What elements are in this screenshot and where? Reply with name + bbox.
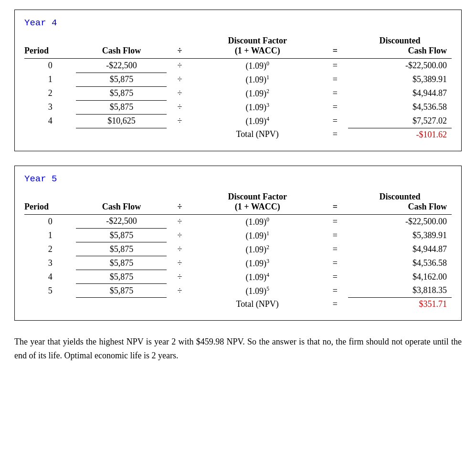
table-row: 5$5,875÷(1.09)5=$3,818.35 [24, 284, 452, 298]
cell-divide: ÷ [167, 242, 192, 256]
dcf-table-year4: Year 4Discount FactorDiscountedPeriodCas… [14, 10, 462, 151]
cell-cashflow: $5,875 [76, 73, 167, 86]
col-factor-header: (1 + WACC) [193, 46, 322, 59]
cell-discounted-value: -$22,500.00 [348, 214, 452, 229]
total-empty-3 [167, 298, 192, 311]
col-divide-header: ÷ [167, 202, 192, 215]
cell-divide: ÷ [167, 229, 192, 242]
total-npv-value: $351.71 [348, 298, 452, 311]
total-empty-1 [24, 128, 76, 141]
total-equals: = [322, 298, 348, 311]
table-row: 1$5,875÷(1.09)1=$5,389.91 [24, 229, 452, 242]
cell-cashflow: -$22,500 [76, 214, 167, 229]
col-equals-header-top [322, 189, 348, 202]
cell-discounted-value: $4,536.58 [348, 100, 452, 114]
year-label-year4: Year 4 [24, 18, 452, 28]
table-row: 2$5,875÷(1.09)2=$4,944.87 [24, 242, 452, 256]
total-empty-2 [76, 128, 167, 141]
cell-period: 2 [24, 242, 76, 256]
cell-cashflow: $5,875 [76, 242, 167, 256]
cell-discount-factor: (1.09)0 [193, 59, 322, 73]
cell-equals: = [322, 214, 348, 229]
cell-discounted-value: $3,818.35 [348, 284, 452, 298]
total-row: Total (NPV)=-$101.62 [24, 128, 452, 141]
dcf-table-year5: Year 5Discount FactorDiscountedPeriodCas… [14, 166, 462, 321]
table-row: 3$5,875÷(1.09)3=$4,536.58 [24, 256, 452, 270]
cell-cashflow: $10,625 [76, 114, 167, 128]
total-equals: = [322, 128, 348, 141]
cell-equals: = [322, 100, 348, 114]
col-cashflow-header-top [76, 189, 167, 202]
cell-cashflow: $5,875 [76, 229, 167, 242]
cell-discounted-value: $5,389.91 [348, 229, 452, 242]
cell-divide: ÷ [167, 256, 192, 270]
col-discounted-header-top: Discounted [348, 33, 452, 46]
cell-cashflow: $5,875 [76, 86, 167, 100]
cell-discount-factor: (1.09)5 [193, 284, 322, 298]
cell-divide: ÷ [167, 73, 192, 86]
total-npv-label: Total (NPV) [193, 128, 322, 141]
col-equals-header: = [322, 46, 348, 59]
cell-discount-factor: (1.09)4 [193, 270, 322, 284]
cell-period: 0 [24, 59, 76, 73]
cell-equals: = [322, 229, 348, 242]
cell-equals: = [322, 86, 348, 100]
cell-discount-factor: (1.09)1 [193, 229, 322, 242]
cell-equals: = [322, 73, 348, 86]
cell-period: 4 [24, 114, 76, 128]
table-row: 0-$22,500÷(1.09)0=-$22,500.00 [24, 214, 452, 229]
table-row: 2$5,875÷(1.09)2=$4,944.87 [24, 86, 452, 100]
cell-discount-factor: (1.09)2 [193, 86, 322, 100]
cell-period: 4 [24, 270, 76, 284]
table-row: 4$10,625÷(1.09)4=$7,527.02 [24, 114, 452, 128]
col-period-header: Period [24, 202, 76, 215]
cell-equals: = [322, 59, 348, 73]
total-empty-2 [76, 298, 167, 311]
cell-period: 0 [24, 214, 76, 229]
cell-divide: ÷ [167, 284, 192, 298]
cell-divide: ÷ [167, 114, 192, 128]
cell-period: 3 [24, 256, 76, 270]
cell-discount-factor: (1.09)3 [193, 100, 322, 114]
cell-cashflow: $5,875 [76, 270, 167, 284]
cell-period: 2 [24, 86, 76, 100]
cell-cashflow: $5,875 [76, 100, 167, 114]
cell-discounted-value: -$22,500.00 [348, 59, 452, 73]
col-period-header-top [24, 189, 76, 202]
cell-period: 1 [24, 229, 76, 242]
conclusion-paragraph: The year that yields the highest NPV is … [14, 335, 462, 363]
cell-discount-factor: (1.09)0 [193, 214, 322, 229]
cell-divide: ÷ [167, 270, 192, 284]
cell-discounted-value: $4,162.00 [348, 270, 452, 284]
cell-discounted-value: $7,527.02 [348, 114, 452, 128]
cell-equals: = [322, 270, 348, 284]
cell-equals: = [322, 256, 348, 270]
table-row: 0-$22,500÷(1.09)0=-$22,500.00 [24, 59, 452, 73]
col-divide-header-top [167, 189, 192, 202]
cell-discounted-value: $4,944.87 [348, 242, 452, 256]
cell-discounted-value: $4,536.58 [348, 256, 452, 270]
cell-divide: ÷ [167, 86, 192, 100]
cell-equals: = [322, 114, 348, 128]
col-divide-header: ÷ [167, 46, 192, 59]
total-npv-value: -$101.62 [348, 128, 452, 141]
cell-equals: = [322, 284, 348, 298]
col-equals-header-top [322, 33, 348, 46]
col-discounted-header-top: Discounted [348, 189, 452, 202]
cell-period: 5 [24, 284, 76, 298]
total-row: Total (NPV)=$351.71 [24, 298, 452, 311]
total-empty-3 [167, 128, 192, 141]
col-period-header: Period [24, 46, 76, 59]
cell-cashflow: $5,875 [76, 256, 167, 270]
cell-cashflow: $5,875 [76, 284, 167, 298]
col-cashflow-header-top [76, 33, 167, 46]
col-discounted-header: Cash Flow [348, 202, 452, 215]
cell-discount-factor: (1.09)3 [193, 256, 322, 270]
total-npv-label: Total (NPV) [193, 298, 322, 311]
table-row: 1$5,875÷(1.09)1=$5,389.91 [24, 73, 452, 86]
cell-equals: = [322, 242, 348, 256]
col-discounted-header: Cash Flow [348, 46, 452, 59]
cell-discount-factor: (1.09)2 [193, 242, 322, 256]
cell-period: 3 [24, 100, 76, 114]
col-equals-header: = [322, 202, 348, 215]
